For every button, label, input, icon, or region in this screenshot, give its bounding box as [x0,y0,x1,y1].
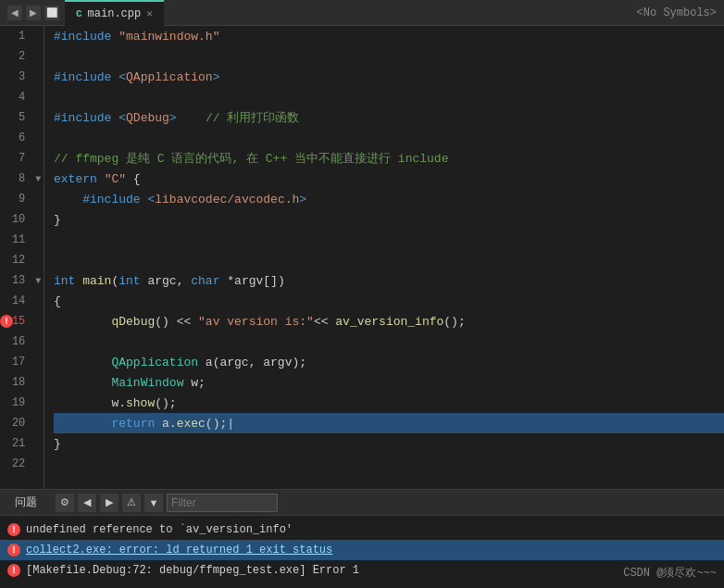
gutter-row-8: 8 ▼ [0,169,44,189]
code-line-20: return a.exec();| [54,413,724,433]
gutter-row-22: 22 [0,454,44,474]
code-line-10: } [54,209,724,230]
error-item-2: ! collect2.exe: error: ld returned 1 exi… [0,540,724,560]
gutter-row-17: 17 [0,352,44,372]
error-text-2: collect2.exe: error: ld returned 1 exit … [26,544,332,557]
file-tab[interactable]: C main.cpp ✕ [65,0,164,26]
window-controls[interactable]: ◀ ▶ ⬜ [7,6,59,20]
code-line-3: #include <QApplication> [54,67,724,87]
panel-prev-button[interactable]: ◀ [78,494,96,512]
gutter-row-3: 3 [0,67,44,87]
gutter-row-13: 13 ▼ [0,270,44,291]
error-icon-3: ! [7,564,20,577]
gutter-row-6: 6 [0,128,44,148]
error-item-1: ! undefined reference to `av_version_inf… [0,519,724,540]
bottom-panel: 问题 ⚙ ◀ ▶ ⚠ ▼ ! undefined reference to `a… [0,489,724,588]
gutter-row-1: 1 [0,26,44,46]
code-line-19: w.show(); [54,393,724,413]
gutter-row-7: 7 [0,148,44,169]
code-line-21: } [54,433,724,454]
code-line-22 [54,454,724,474]
code-line-7: // ffmpeg 是纯 C 语言的代码, 在 C++ 当中不能直接进行 inc… [54,148,724,169]
gutter-row-15: ! 15 [0,311,44,332]
panel-settings-button[interactable]: ⚙ [56,494,74,512]
panel-filter-button[interactable]: ▼ [144,494,163,512]
error-icon-2: ! [7,544,20,557]
code-line-5: #include <QDebug> // 利用打印函数 [54,107,724,128]
tab-filename: main.cpp [88,7,142,20]
back-button[interactable]: ◀ [7,6,22,20]
code-line-18: MainWindow w; [54,372,724,393]
panel-next-button[interactable]: ▶ [100,494,119,512]
code-line-16 [54,332,724,352]
error-list: ! undefined reference to `av_version_inf… [0,516,724,584]
watermark: CSDN @须尽欢~~~ [623,565,717,581]
error-item-3: ! [Makefile.Debug:72: debug/ffmpeg_test.… [0,560,724,581]
line-number-gutter: 1 2 3 4 5 6 7 [0,26,44,489]
gutter-row-21: 21 [0,433,44,454]
tab-close-button[interactable]: ✕ [146,7,153,19]
gutter-row-12: 12 [0,250,44,270]
code-line-2 [54,46,724,67]
error-text-3: [Makefile.Debug:72: debug/ffmpeg_test.ex… [26,564,359,577]
panel-header: 问题 ⚙ ◀ ▶ ⚠ ▼ [0,490,724,516]
gutter-row-10: 10 [0,209,44,230]
title-bar: ◀ ▶ ⬜ C main.cpp ✕ <No Symbols> [0,0,724,26]
panel-toolbar: ⚙ ◀ ▶ ⚠ ▼ [56,494,278,512]
panel-warning-button[interactable]: ⚠ [122,494,141,512]
code-line-8: extern "C" { [54,169,724,189]
gutter-row-11: 11 [0,230,44,250]
error-icon-1: ! [7,523,20,536]
gutter-row-4: 4 [0,87,44,107]
code-editor[interactable]: #include "mainwindow.h" #include <QAppli… [44,26,724,489]
gutter-row-14: 14 [0,291,44,311]
gutter-row-2: 2 [0,46,44,67]
gutter-row-16: 16 [0,332,44,352]
code-line-6 [54,128,724,148]
error-text-1: undefined reference to `av_version_info' [26,523,293,536]
gutter-row-9: 9 [0,189,44,209]
code-line-13: int main(int argc, char *argv[]) [54,270,724,291]
filter-input[interactable] [167,494,278,512]
code-line-12 [54,250,724,270]
error-dot-15: ! [0,315,13,328]
code-line-9: #include <libavcodec/avcodec.h> [54,189,724,209]
gutter-row-20: 20 [0,413,44,433]
editor-area: 1 2 3 4 5 6 7 [0,26,724,489]
code-line-17: QApplication a(argc, argv); [54,352,724,372]
code-line-11 [54,230,724,250]
cpp-file-icon: C [76,8,82,19]
gutter-row-18: 18 [0,372,44,393]
gutter-row-19: 19 [0,393,44,413]
panel-tab-issues[interactable]: 问题 [7,491,44,514]
forward-button[interactable]: ▶ [26,6,41,20]
code-line-15: qDebug() << "av version is:"<< av_versio… [54,311,724,332]
code-line-1: #include "mainwindow.h" [54,26,724,46]
maximize-button[interactable]: ⬜ [44,6,59,20]
gutter-row-5: 5 [0,107,44,128]
symbols-indicator: <No Symbols> [637,6,717,19]
code-line-4 [54,87,724,107]
code-line-14: { [54,291,724,311]
